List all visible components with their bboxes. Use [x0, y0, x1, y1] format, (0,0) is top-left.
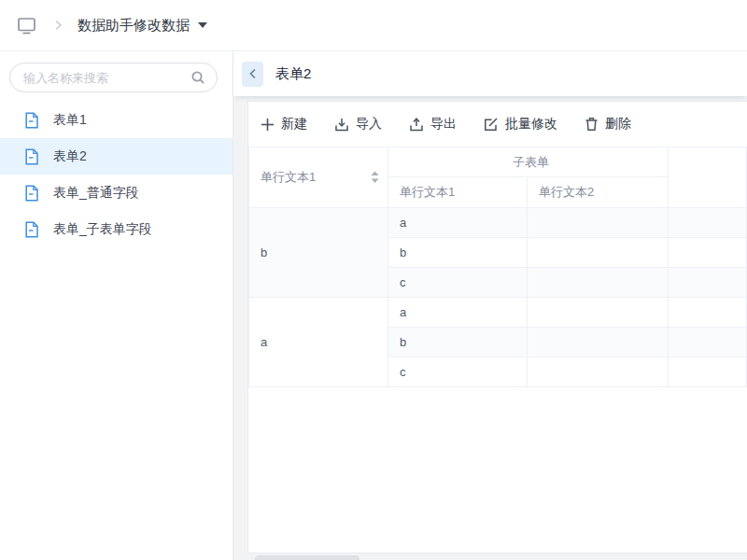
document-icon [24, 112, 39, 129]
search-box [9, 63, 218, 92]
sub-cell [528, 298, 669, 328]
filler-cell [669, 298, 747, 328]
sub-cell: b [388, 328, 528, 357]
sub-cell: c [388, 268, 528, 298]
sidebar-item-label: 表单2 [53, 148, 87, 165]
sub-cell [528, 328, 669, 357]
delete-button[interactable]: 删除 [585, 116, 631, 133]
sub-cell: c [388, 357, 528, 387]
sub-cell: a [388, 208, 528, 238]
column-header-sub2: 单行文本2 [528, 177, 669, 208]
back-button[interactable] [242, 62, 263, 87]
column-header-filler [669, 147, 747, 208]
caret-down-icon [198, 22, 207, 28]
table-row: b a [249, 208, 747, 238]
main-cell: b [249, 208, 388, 298]
sort-icon[interactable] [371, 171, 379, 184]
edit-square-icon [484, 118, 499, 132]
plus-icon [261, 118, 275, 132]
data-panel: 新建 导入 导出 批量修改 [247, 101, 747, 553]
column-header-sub1: 单行文本1 [388, 177, 528, 208]
chevron-right-icon [51, 19, 64, 32]
sub-cell [528, 357, 669, 387]
sub-cell [528, 238, 669, 268]
new-button[interactable]: 新建 [261, 116, 307, 133]
toolbar: 新建 导入 导出 批量修改 [248, 102, 747, 147]
chevron-left-icon [247, 67, 259, 80]
sub-cell: b [388, 238, 528, 268]
main-cell: a [249, 298, 388, 387]
form-list: 表单1 表单2 表单_普通字段 [0, 102, 233, 247]
search-input[interactable] [9, 63, 218, 92]
document-icon [24, 185, 39, 202]
filler-cell [669, 238, 747, 268]
sidebar-item-form1[interactable]: 表单1 [0, 102, 233, 138]
column-header-main[interactable]: 单行文本1 [249, 147, 388, 208]
document-icon [24, 221, 39, 238]
filler-cell [669, 268, 747, 298]
app-title-dropdown[interactable]: 数据助手修改数据 [78, 17, 207, 35]
sidebar-item-label: 表单_普通字段 [53, 185, 139, 202]
horizontal-scrollbar[interactable] [255, 555, 359, 560]
search-icon[interactable] [190, 70, 205, 89]
sub-cell [528, 208, 669, 238]
records-table: 单行文本1 子表单 单行文本1 单行文本2 b a [248, 147, 747, 387]
column-group-header-subform: 子表单 [388, 147, 669, 177]
view-header: 表单2 [233, 51, 747, 96]
filler-cell [669, 208, 747, 238]
sub-cell: a [388, 298, 528, 328]
import-icon [334, 118, 349, 132]
import-button[interactable]: 导入 [334, 116, 382, 133]
export-icon [409, 118, 424, 132]
monitor-icon[interactable] [17, 17, 36, 35]
top-bar: 数据助手修改数据 [0, 0, 747, 51]
filler-cell [669, 328, 747, 357]
sidebar-item-form-normal-fields[interactable]: 表单_普通字段 [0, 175, 233, 211]
view-title: 表单2 [275, 65, 311, 83]
sub-cell [528, 268, 669, 298]
sidebar: 表单1 表单2 表单_普通字段 [0, 51, 233, 560]
trash-icon [585, 117, 599, 132]
batch-edit-button[interactable]: 批量修改 [484, 116, 557, 133]
sidebar-item-label: 表单1 [53, 112, 87, 129]
sidebar-item-form2[interactable]: 表单2 [0, 138, 233, 175]
table-row: a a [249, 298, 747, 328]
app-title: 数据助手修改数据 [78, 17, 190, 35]
sidebar-item-label: 表单_子表单字段 [53, 221, 152, 238]
filler-cell [669, 357, 747, 387]
sidebar-item-form-subform-fields[interactable]: 表单_子表单字段 [0, 211, 233, 247]
document-icon [24, 148, 39, 165]
export-button[interactable]: 导出 [409, 116, 457, 133]
